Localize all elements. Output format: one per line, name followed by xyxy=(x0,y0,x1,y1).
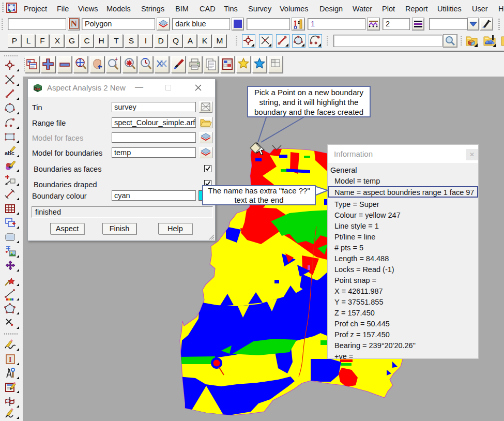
svg-text:12d: 12d xyxy=(35,87,40,91)
svg-text:I: I xyxy=(9,356,11,364)
svg-text:-: - xyxy=(115,61,117,67)
svg-text:abc: abc xyxy=(5,150,14,156)
